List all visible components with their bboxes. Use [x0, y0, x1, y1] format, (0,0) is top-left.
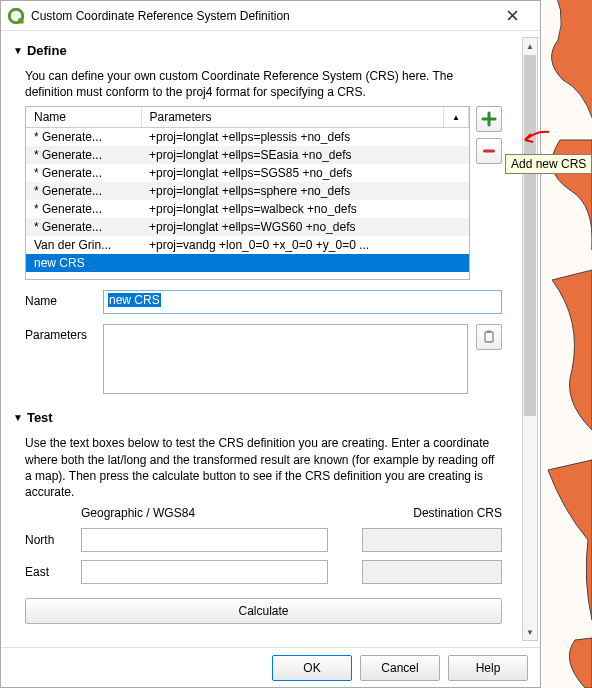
add-crs-tooltip: Add new CRS — [505, 154, 592, 174]
test-section-toggle[interactable]: ▼ Test — [11, 404, 512, 431]
north-dest-output — [362, 528, 502, 552]
north-input[interactable] — [81, 528, 328, 552]
scroll-thumb[interactable] — [524, 55, 536, 416]
parameters-label: Parameters — [25, 324, 95, 342]
table-row[interactable]: * Generate...+proj=longlat +ellps=plessi… — [26, 128, 469, 147]
east-input[interactable] — [81, 560, 328, 584]
table-row[interactable]: * Generate...+proj=longlat +ellps=walbec… — [26, 200, 469, 218]
dialog-footer: OK Cancel Help — [1, 647, 540, 687]
table-row[interactable]: * Generate...+proj=longlat +ellps=SGS85 … — [26, 164, 469, 182]
col-params-header[interactable]: Parameters — [141, 107, 444, 128]
test-description: Use the text boxes below to test the CRS… — [25, 435, 502, 500]
help-button[interactable]: Help — [448, 655, 528, 681]
copy-crs-button[interactable] — [476, 324, 502, 350]
table-row[interactable]: new CRS — [26, 254, 469, 272]
crs-dialog: Custom Coordinate Reference System Defin… — [0, 0, 541, 688]
name-input[interactable]: new CRS — [103, 290, 502, 314]
close-button[interactable] — [492, 2, 532, 30]
name-label: Name — [25, 290, 95, 308]
col-name-header[interactable]: Name — [26, 107, 141, 128]
chevron-down-icon: ▼ — [13, 412, 23, 423]
scroll-up-icon[interactable]: ▲ — [523, 38, 537, 54]
test-heading: Test — [27, 410, 53, 425]
scroll-down-icon[interactable]: ▼ — [523, 624, 537, 640]
east-dest-output — [362, 560, 502, 584]
table-row[interactable]: * Generate...+proj=longlat +ellps=SEasia… — [26, 146, 469, 164]
svg-rect-5 — [487, 331, 491, 333]
north-label: North — [25, 533, 73, 547]
ok-button[interactable]: OK — [272, 655, 352, 681]
define-section-toggle[interactable]: ▼ Define — [11, 37, 512, 64]
add-crs-button[interactable] — [476, 106, 502, 132]
define-description: You can define your own custom Coordinat… — [25, 68, 502, 100]
parameters-input[interactable] — [103, 324, 468, 394]
remove-crs-button[interactable] — [476, 138, 502, 164]
col-destination: Destination CRS — [413, 506, 502, 520]
east-label: East — [25, 565, 73, 579]
svg-rect-2 — [18, 18, 23, 23]
col-geographic: Geographic / WGS84 — [81, 506, 328, 520]
cancel-button[interactable]: Cancel — [360, 655, 440, 681]
dialog-scrollbar[interactable]: ▲ ▼ — [522, 37, 538, 641]
calculate-button[interactable]: Calculate — [25, 598, 502, 624]
table-row[interactable]: Van der Grin...+proj=vandg +lon_0=0 +x_0… — [26, 236, 469, 254]
chevron-down-icon: ▼ — [13, 45, 23, 56]
titlebar: Custom Coordinate Reference System Defin… — [1, 1, 540, 31]
qgis-icon — [7, 7, 25, 25]
table-row[interactable]: * Generate...+proj=longlat +ellps=WGS60 … — [26, 218, 469, 236]
svg-rect-3 — [483, 150, 495, 153]
window-title: Custom Coordinate Reference System Defin… — [31, 9, 492, 23]
chevron-up-icon[interactable]: ▲ — [444, 107, 469, 128]
crs-table[interactable]: Name Parameters ▲ * Generate...+proj=lon… — [25, 106, 470, 280]
svg-rect-4 — [485, 332, 493, 342]
table-row[interactable]: * Generate...+proj=longlat +ellps=sphere… — [26, 182, 469, 200]
define-heading: Define — [27, 43, 67, 58]
